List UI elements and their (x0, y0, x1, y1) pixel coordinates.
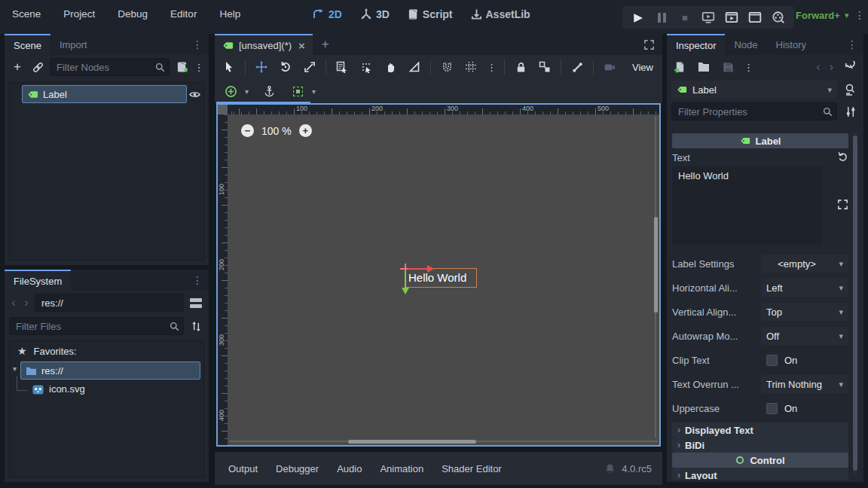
workspace-tab-script[interactable]: Script (408, 8, 453, 20)
pause-button[interactable] (653, 9, 670, 26)
horizontal-alignment-dropdown[interactable]: Left ▾ (761, 279, 848, 297)
dock-menu-icon[interactable]: ⋮ (186, 270, 209, 291)
file-row-icon-svg[interactable]: icon.svg (10, 380, 203, 400)
revert-property-button[interactable] (838, 151, 848, 164)
camera-override-button[interactable] (601, 59, 618, 75)
open-docs-button[interactable] (842, 81, 859, 98)
workspace-tab-2d[interactable]: 2D (313, 8, 342, 20)
play-custom-scene-button[interactable] (747, 9, 763, 26)
pivot-tool[interactable] (358, 59, 374, 75)
tab-scene[interactable]: Scene (5, 34, 50, 55)
history-back-button[interactable]: ‹ (816, 60, 820, 74)
grid-snap-toggle[interactable] (463, 59, 479, 75)
uppercase-checkbox[interactable] (766, 403, 778, 414)
close-icon[interactable]: × (298, 39, 305, 52)
move-tool[interactable] (253, 59, 270, 75)
menu-debug[interactable]: Debug (112, 5, 154, 23)
stop-button[interactable]: ■ (677, 9, 693, 26)
x-axis-handle[interactable] (408, 268, 429, 270)
dock-menu-icon[interactable]: ⋮ (841, 34, 863, 55)
chevron-down-icon[interactable]: ▾ (312, 87, 316, 96)
tab-import[interactable]: Import (50, 34, 96, 55)
load-resource-button[interactable] (695, 59, 712, 75)
label-settings-dropdown[interactable]: <empty> ▾ (761, 255, 848, 273)
canvas-viewport[interactable]: 100 200 300 400 500 100 200 300 400 − 10… (216, 103, 661, 447)
add-node-button[interactable]: + (9, 59, 26, 75)
bottom-tab-debugger[interactable]: Debugger (268, 459, 326, 478)
anchor-preset-button[interactable] (222, 83, 239, 99)
select-tool[interactable] (221, 59, 237, 75)
skeleton-options-button[interactable] (569, 59, 585, 75)
menu-help[interactable]: Help (213, 5, 246, 23)
h-scrollbar-thumb[interactable] (348, 440, 476, 444)
scale-tool[interactable] (301, 59, 318, 75)
new-resource-button[interactable] (671, 59, 688, 75)
class-section-label[interactable]: Label (672, 133, 848, 148)
notification-bell-icon[interactable] (604, 463, 616, 474)
anchor-mode-toggle[interactable] (261, 83, 277, 99)
v-scrollbar-thumb[interactable] (654, 217, 658, 313)
filter-properties-input[interactable] (671, 102, 837, 120)
selected-label-gizmo[interactable]: Hello World (405, 268, 495, 313)
ruler-tool[interactable] (406, 59, 423, 75)
play-button[interactable]: ▶ (630, 9, 646, 26)
zoom-in-button[interactable]: + (299, 124, 312, 137)
group-selection-button[interactable] (536, 59, 553, 75)
folder-row-res[interactable]: ▾ res:// (10, 361, 203, 380)
scene-tree-menu-icon[interactable]: ⋮ (194, 59, 204, 75)
movie-maker-button[interactable] (770, 9, 787, 26)
menu-editor[interactable]: Editor (164, 5, 203, 23)
bottom-tab-animation[interactable]: Animation (372, 459, 431, 478)
object-history-button[interactable] (842, 59, 859, 75)
renderer-selector[interactable]: Forward+ ▾ (796, 10, 848, 21)
text-property-input[interactable]: Hello World (672, 166, 823, 245)
menu-project[interactable]: Project (57, 5, 101, 23)
movie-maker-menu[interactable]: ⋮ (854, 9, 865, 21)
collapse-arrow-icon[interactable]: ▾ (13, 364, 17, 373)
bottom-tab-output[interactable]: Output (221, 459, 265, 478)
zoom-out-button[interactable]: − (241, 124, 254, 137)
section-bidi[interactable]: › BiDi (672, 438, 848, 453)
filter-nodes-input[interactable] (50, 58, 170, 76)
filter-files-input[interactable] (9, 317, 184, 335)
text-overrun-dropdown[interactable]: Trim Nothing ▾ (761, 375, 848, 393)
vertical-alignment-dropdown[interactable]: Top ▾ (761, 303, 848, 321)
tab-filesystem[interactable]: FileSystem (5, 270, 71, 291)
list-select-tool[interactable] (334, 59, 350, 75)
attach-script-button[interactable] (173, 59, 190, 75)
workspace-tab-3d[interactable]: 3D (360, 8, 390, 20)
property-tools-button[interactable] (842, 103, 859, 120)
section-displayed-text[interactable]: › Displayed Text (672, 422, 848, 438)
clip-text-checkbox[interactable] (766, 355, 778, 366)
new-scene-tab-button[interactable]: + (313, 34, 338, 55)
scene-tree-node-label[interactable]: Label (22, 85, 187, 103)
2d-canvas[interactable]: − 100 % + Hello World (228, 114, 659, 445)
current-path-input[interactable] (35, 294, 184, 312)
view-menu[interactable]: View (632, 62, 656, 73)
workspace-tab-assetlib[interactable]: AssetLib (471, 8, 530, 20)
resource-options-menu[interactable]: ⋮ (744, 59, 753, 75)
node-visibility-toggle[interactable] (189, 89, 200, 102)
zoom-level[interactable]: 100 % (261, 125, 292, 137)
expand-text-editor-button[interactable] (837, 199, 848, 212)
y-axis-handle[interactable] (405, 271, 406, 289)
remote-debug-button[interactable] (700, 9, 717, 26)
save-resource-button[interactable] (720, 59, 736, 75)
nav-forward-button[interactable]: › (22, 294, 31, 311)
smart-snap-toggle[interactable] (439, 59, 455, 75)
history-forward-button[interactable]: › (830, 60, 833, 74)
autowrap-mode-dropdown[interactable]: Off ▾ (761, 327, 848, 345)
lock-selection-button[interactable] (512, 59, 529, 75)
play-scene-button[interactable] (723, 9, 740, 26)
pan-tool[interactable] (382, 59, 399, 75)
toggle-split-mode-button[interactable] (188, 294, 204, 311)
inspector-scrollbar-thumb[interactable] (853, 136, 857, 471)
tab-inspector[interactable]: Inspector (667, 34, 725, 55)
instance-scene-button[interactable] (29, 59, 46, 75)
expand-viewport-button[interactable] (636, 34, 662, 55)
tab-history[interactable]: History (767, 34, 815, 55)
tab-node[interactable]: Node (725, 34, 766, 55)
rotate-tool[interactable] (277, 59, 294, 75)
bottom-tab-shader-editor[interactable]: Shader Editor (434, 459, 509, 478)
nav-back-button[interactable]: ‹ (9, 294, 18, 311)
